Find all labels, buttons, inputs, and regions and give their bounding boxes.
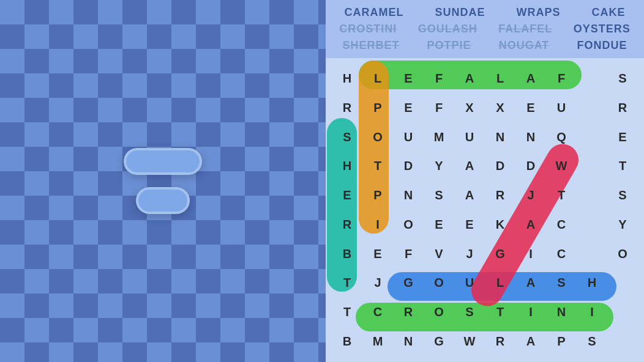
cell-8-4: S: [454, 298, 485, 327]
right-panel: CARAMELSUNDAEWRAPSCAKE CROSTINIGOULASHFA…: [326, 0, 644, 362]
word-item-wraps: WRAPS: [512, 5, 564, 20]
cell-9-0: B: [332, 327, 362, 356]
cell-6-6: I: [515, 239, 546, 268]
cell-2-9: E: [607, 122, 638, 152]
cell-0-0: H: [332, 64, 362, 94]
cell-7-5: L: [485, 268, 515, 298]
cell-0-2: E: [393, 64, 424, 94]
cell-2-5: N: [485, 122, 515, 152]
grid-area: HLEFALAFSRPEFXXEURSOUMUNNQEHTDYADDWTEPNS…: [326, 58, 644, 362]
cell-5-2: O: [393, 210, 424, 240]
cell-7-1: J: [362, 268, 393, 298]
cell-4-0: E: [332, 181, 362, 210]
cell-0-1: L: [362, 64, 393, 94]
cell-9-4: W: [454, 327, 485, 356]
cell-0-5: L: [485, 64, 515, 94]
cell-6-2: F: [393, 239, 424, 268]
cell-3-3: Y: [424, 152, 454, 181]
cell-7-9: [607, 268, 638, 298]
word-item-caramel: CARAMEL: [340, 5, 407, 20]
cell-5-8: [577, 210, 607, 240]
cell-8-0: T: [332, 298, 362, 327]
cell-8-5: T: [485, 298, 515, 327]
cell-1-2: E: [393, 94, 424, 123]
cell-9-5: R: [485, 327, 515, 356]
cell-1-8: [577, 94, 607, 123]
cell-8-9: [607, 298, 638, 327]
word-item-goulash: GOULASH: [414, 21, 481, 37]
word-list-area: CARAMELSUNDAEWRAPSCAKE CROSTINIGOULASHFA…: [326, 0, 644, 58]
cell-2-6: N: [515, 122, 546, 152]
cell-5-6: A: [515, 210, 546, 240]
cell-5-9: Y: [607, 210, 638, 240]
word-row-3: SHERBETPOTPIENOUGATFONDUE: [332, 38, 638, 53]
cell-5-3: E: [424, 210, 454, 240]
cell-8-6: I: [515, 298, 546, 327]
cell-9-9: [607, 327, 638, 356]
cell-7-0: T: [332, 268, 362, 298]
cell-3-0: H: [332, 152, 362, 181]
word-item-oysters: OYSTERS: [570, 21, 634, 37]
cell-5-7: C: [546, 210, 577, 240]
cell-7-4: U: [454, 268, 485, 298]
cell-6-0: B: [332, 239, 362, 268]
cell-0-8: [577, 64, 607, 94]
cell-1-7: U: [546, 94, 577, 123]
relax-label: [124, 148, 202, 175]
cell-1-6: E: [515, 94, 546, 123]
cell-4-2: N: [393, 181, 424, 210]
cell-5-0: R: [332, 210, 362, 240]
cell-0-6: A: [515, 64, 546, 94]
word-item-potpie: POTPIE: [424, 38, 475, 53]
cell-8-7: N: [546, 298, 577, 327]
word-row-2: CROSTINIGOULASHFALAFELOYSTERS: [332, 21, 638, 37]
cell-9-6: A: [515, 327, 546, 356]
cell-4-1: P: [362, 181, 393, 210]
cell-3-9: T: [607, 152, 638, 181]
cell-2-7: Q: [546, 122, 577, 152]
cell-3-7: W: [546, 152, 577, 181]
main-layout: CARAMELSUNDAEWRAPSCAKE CROSTINIGOULASHFA…: [0, 0, 644, 362]
cell-0-9: S: [607, 64, 638, 94]
cell-2-1: O: [362, 122, 393, 152]
cell-1-3: F: [424, 94, 454, 123]
cell-1-5: X: [485, 94, 515, 123]
cell-5-1: I: [362, 210, 393, 240]
cell-4-5: R: [485, 181, 515, 210]
cell-2-4: U: [454, 122, 485, 152]
cell-6-1: E: [362, 239, 393, 268]
cell-4-9: S: [607, 181, 638, 210]
cell-7-2: G: [393, 268, 424, 298]
word-item-crostini: CROSTINI: [335, 21, 400, 37]
cell-2-3: M: [424, 122, 454, 152]
cell-4-3: S: [424, 181, 454, 210]
cell-8-3: O: [424, 298, 454, 327]
word-item-sundae: SUNDAE: [431, 5, 489, 20]
cell-5-4: E: [454, 210, 485, 240]
word-grid: HLEFALAFSRPEFXXEURSOUMUNNQEHTDYADDWTEPNS…: [332, 64, 638, 356]
cell-8-2: R: [393, 298, 424, 327]
cell-2-8: [577, 122, 607, 152]
cell-4-6: J: [515, 181, 546, 210]
cell-7-6: A: [515, 268, 546, 298]
cell-0-4: A: [454, 64, 485, 94]
andplay-label: [136, 187, 190, 214]
cell-3-2: D: [393, 152, 424, 181]
cell-4-4: A: [454, 181, 485, 210]
cell-6-4: J: [454, 239, 485, 268]
cell-6-9: O: [607, 239, 638, 268]
cell-9-8: S: [577, 327, 607, 356]
cell-7-7: S: [546, 268, 577, 298]
cell-7-8: H: [577, 268, 607, 298]
word-item-falafel: FALAFEL: [495, 21, 556, 37]
cell-6-8: [577, 239, 607, 268]
cell-7-3: O: [424, 268, 454, 298]
cell-6-5: G: [485, 239, 515, 268]
cell-3-6: D: [515, 152, 546, 181]
cell-9-3: G: [424, 327, 454, 356]
word-item-fondue: FONDUE: [573, 38, 631, 53]
cell-9-2: N: [393, 327, 424, 356]
cell-3-4: A: [454, 152, 485, 181]
cell-3-1: T: [362, 152, 393, 181]
word-row-1: CARAMELSUNDAEWRAPSCAKE: [332, 5, 638, 20]
